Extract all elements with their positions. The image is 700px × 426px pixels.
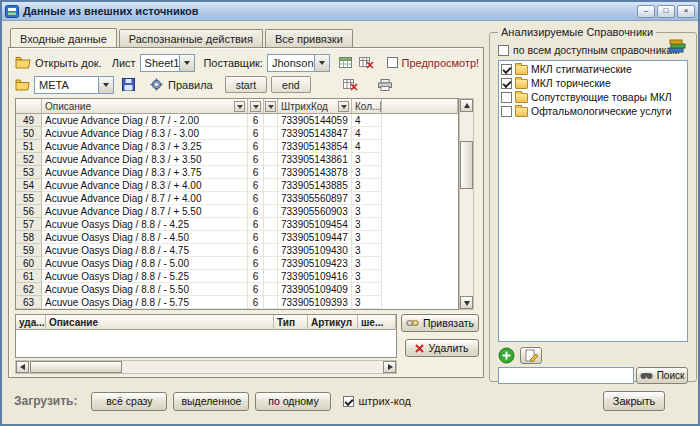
scroll-left-icon[interactable] xyxy=(16,361,29,373)
table-row[interactable]: 59Acuvue Oasys Diag / 8.8 / - 4.75673390… xyxy=(16,244,458,257)
delete-table-icon[interactable] xyxy=(358,54,375,72)
vertical-scrollbar[interactable] xyxy=(459,98,474,310)
table-row[interactable]: 61Acuvue Oasys Diag / 8.8 / - 5.25673390… xyxy=(16,270,458,283)
chevron-down-icon[interactable] xyxy=(314,55,329,71)
sheet-select[interactable]: Sheet1 xyxy=(140,54,196,72)
catalog-tree[interactable]: МКЛ стигматическиеМКЛ торическиеСопутств… xyxy=(498,60,688,342)
catalog-label: Офтальмологические услуги xyxy=(531,105,672,117)
meta-value: META xyxy=(39,79,69,91)
column-header-pack[interactable] xyxy=(248,99,264,114)
tab-all-bindings[interactable]: Все привязки xyxy=(265,29,353,47)
maximize-icon[interactable]: □ xyxy=(657,5,675,18)
tab-input-data[interactable]: Входные данные xyxy=(10,28,117,47)
end-button[interactable]: end xyxy=(271,76,311,93)
close-icon[interactable]: × xyxy=(677,5,695,18)
search-input[interactable] xyxy=(498,367,634,384)
scrollbar-thumb[interactable] xyxy=(460,141,473,189)
preview-checkbox[interactable] xyxy=(387,57,398,68)
window: Данные из внешних источников – □ × Входн… xyxy=(0,0,700,426)
catalog-tree-item[interactable]: МКЛ торические xyxy=(501,77,685,91)
printer-icon[interactable] xyxy=(375,76,395,94)
catalog-checkbox[interactable] xyxy=(501,78,512,89)
column-header-description[interactable]: Описание xyxy=(42,99,248,114)
table-row[interactable]: 56Acuvue Advance Diag / 8.7 / + 5.506733… xyxy=(16,205,458,218)
chevron-down-icon[interactable] xyxy=(98,77,113,93)
table-row[interactable]: 55Acuvue Advance Diag / 8.7 / + 4.006733… xyxy=(16,192,458,205)
filter-dropdown-icon[interactable] xyxy=(234,101,245,112)
preview-label[interactable]: Предпросмотр! xyxy=(402,57,480,69)
filter-dropdown-icon[interactable] xyxy=(338,101,349,112)
scroll-up-icon[interactable] xyxy=(460,99,473,112)
scroll-right-icon[interactable] xyxy=(383,361,396,373)
table-row[interactable]: 62Acuvue Oasys Diag / 8.8 / - 5.50673390… xyxy=(16,283,458,296)
table-row[interactable]: 64Acuvue Oasys Diag / 8.8 / - 6.00673390… xyxy=(16,309,458,310)
start-button[interactable]: start xyxy=(225,76,267,93)
catalog-tree-item[interactable]: МКЛ стигматические xyxy=(501,63,685,77)
column-header-qty[interactable]: Кол... xyxy=(352,99,382,114)
search-button[interactable]: Поиск xyxy=(636,367,688,384)
catalog-checkbox[interactable] xyxy=(501,64,512,75)
open-doc-button[interactable]: Открыть док. xyxy=(35,57,102,69)
catalog-tree-item[interactable]: Офтальмологические услуги xyxy=(501,105,685,119)
titlebar[interactable]: Данные из внешних источников – □ × xyxy=(2,2,698,21)
tab-bar: Входные данные Распознанные действия Все… xyxy=(10,29,355,47)
column-header-extra[interactable] xyxy=(264,99,278,114)
bindings-table[interactable]: уда... Описание Тип Артикул ше... xyxy=(15,314,397,358)
delete-button[interactable]: Удалить xyxy=(405,339,479,357)
table-row[interactable]: 58Acuvue Oasys Diag / 8.8 / - 4.50673390… xyxy=(16,231,458,244)
window-controls: – □ × xyxy=(637,5,695,18)
table-row[interactable]: 53Acuvue Advance Diag / 8.3 / + 3.756733… xyxy=(16,166,458,179)
open-table-icon[interactable] xyxy=(338,54,354,72)
load-all-button[interactable]: всё сразу xyxy=(91,392,167,411)
delete-grid-icon[interactable] xyxy=(341,76,361,94)
catalog-tree-item[interactable]: Сопутствующие товары МКЛ xyxy=(501,91,685,105)
books-icon[interactable] xyxy=(668,38,686,57)
load-label: Загрузить: xyxy=(14,394,77,408)
all-catalogs-checkbox[interactable] xyxy=(498,45,509,56)
barcode-checkbox[interactable] xyxy=(343,396,354,407)
catalog-checkbox[interactable] xyxy=(501,106,512,117)
binoculars-icon xyxy=(640,371,653,380)
table-row[interactable]: 54Acuvue Advance Diag / 8.3 / + 4.006733… xyxy=(16,179,458,192)
tab-recognized-actions[interactable]: Распознанные действия xyxy=(119,29,263,47)
horizontal-scrollbar[interactable] xyxy=(15,360,397,374)
catalog-label: МКЛ стигматические xyxy=(531,63,632,75)
load-selected-button[interactable]: выделенное xyxy=(173,392,249,411)
meta-folder-icon xyxy=(15,79,30,91)
close-dialog-button[interactable]: Закрыть xyxy=(603,391,665,411)
meta-select[interactable]: META xyxy=(34,76,114,94)
table-row[interactable]: 52Acuvue Advance Diag / 8.3 / + 3.506733… xyxy=(16,153,458,166)
catalog-label: Сопутствующие товары МКЛ xyxy=(531,91,672,103)
table-row[interactable]: 60Acuvue Oasys Diag / 8.8 / - 5.00673390… xyxy=(16,257,458,270)
gear-icon[interactable] xyxy=(148,76,164,94)
add-button[interactable] xyxy=(498,347,515,364)
filter-dropdown-icon[interactable] xyxy=(265,101,276,112)
table-row[interactable]: 50Acuvue Advance Diag / 8.3 / - 3.006733… xyxy=(16,127,458,140)
table-row[interactable]: 63Acuvue Oasys Diag / 8.8 / - 5.75673390… xyxy=(16,296,458,309)
bind-button[interactable]: Привязать xyxy=(401,314,479,332)
sheet-value: Sheet1 xyxy=(145,57,180,69)
supplier-select[interactable]: Jhonson xyxy=(267,54,330,72)
load-one-by-one-button[interactable]: по одному xyxy=(255,392,331,411)
scroll-down-icon[interactable] xyxy=(460,296,473,309)
folder-icon xyxy=(515,107,528,117)
rules-button[interactable]: Правила xyxy=(168,79,213,91)
column-header-barcode[interactable]: ШтрихКод xyxy=(278,99,352,114)
edit-button[interactable] xyxy=(520,347,542,364)
sheet-label: Лист xyxy=(112,57,136,69)
chevron-down-icon[interactable] xyxy=(179,55,194,71)
main-table-rows: 49Acuvue Advance Diag / 8.7 / - 2.006733… xyxy=(16,114,458,310)
load-bar: Загрузить: всё сразу выделенное по одном… xyxy=(14,390,482,412)
bindings-table-header: уда... Описание Тип Артикул ше... xyxy=(16,315,396,330)
folder-icon xyxy=(515,93,528,103)
minimize-icon[interactable]: – xyxy=(637,5,655,18)
filter-dropdown-icon[interactable] xyxy=(250,101,261,112)
table-row[interactable]: 49Acuvue Advance Diag / 8.7 / - 2.006733… xyxy=(16,114,458,127)
table-row[interactable]: 51Acuvue Advance Diag / 8.3 / + 3.256733… xyxy=(16,140,458,153)
barcode-checkbox-label: штрих-код xyxy=(358,395,411,407)
table-row[interactable]: 57Acuvue Oasys Diag / 8.8 / - 4.25673390… xyxy=(16,218,458,231)
main-table[interactable]: Описание ШтрихКод Кол... xyxy=(15,98,459,310)
scrollbar-thumb[interactable] xyxy=(30,361,122,373)
catalog-checkbox[interactable] xyxy=(501,92,512,103)
save-icon[interactable] xyxy=(118,76,138,94)
